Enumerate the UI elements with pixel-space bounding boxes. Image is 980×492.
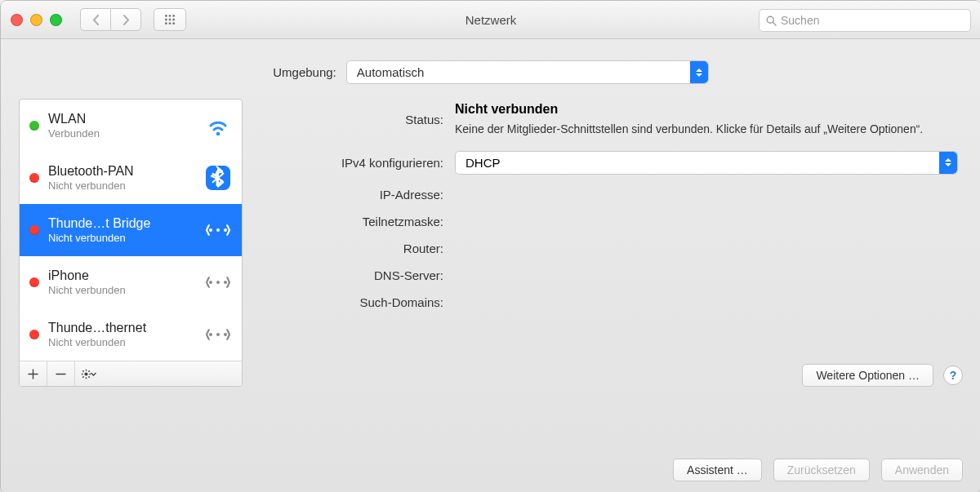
service-status: Nicht verbunden <box>48 180 203 192</box>
service-status: Nicht verbunden <box>48 232 203 244</box>
service-name: WLAN <box>48 112 203 126</box>
subnet-mask-label: Teilnetzmaske: <box>256 215 443 228</box>
search-domains-label: Such-Domains: <box>256 295 443 309</box>
bluetooth-icon <box>206 166 230 190</box>
ip-address-label: IP-Adresse: <box>256 188 443 202</box>
service-text: WLANVerbunden <box>48 112 203 140</box>
service-status: Nicht verbunden <box>48 336 203 348</box>
location-value: Automatisch <box>357 65 425 79</box>
svg-line-7 <box>82 370 83 371</box>
minimize-window-button[interactable] <box>30 14 42 26</box>
status-dot-icon <box>29 225 39 235</box>
main-content: WLANVerbundenBluetooth-PANNicht verbunde… <box>1 99 980 401</box>
detail-pane: Status: Nicht verbunden Keine der Mitgli… <box>256 99 963 387</box>
revert-button[interactable]: Zurücksetzen <box>773 459 870 481</box>
advanced-button[interactable]: Weitere Optionen … <box>802 364 933 387</box>
bridge-icon <box>204 271 232 294</box>
service-type-icon <box>203 271 234 294</box>
close-window-button[interactable] <box>11 14 23 26</box>
status-dot-icon <box>29 121 39 131</box>
status-dot-icon <box>29 173 39 183</box>
forward-button[interactable] <box>110 8 141 31</box>
location-select[interactable]: Automatisch <box>346 60 709 84</box>
plus-icon <box>28 369 38 379</box>
chevron-left-icon <box>92 15 100 25</box>
svg-line-8 <box>88 376 89 377</box>
action-menu-button[interactable] <box>75 361 103 386</box>
service-status: Nicht verbunden <box>48 284 203 296</box>
bridge-icon <box>204 219 232 242</box>
service-text: Bluetooth-PANNicht verbunden <box>48 164 203 192</box>
service-text: Thunde…thernetNicht verbunden <box>48 321 203 348</box>
search-icon <box>766 16 777 26</box>
remove-service-button[interactable] <box>47 361 75 386</box>
status-description: Keine der Mitglieder-Schnittstellen sind… <box>455 122 947 138</box>
wifi-icon <box>204 114 232 137</box>
service-item[interactable]: Bluetooth-PANNicht verbunden <box>20 152 242 204</box>
status-dot-icon <box>29 330 39 339</box>
service-item[interactable]: iPhoneNicht verbunden <box>20 256 242 308</box>
add-service-button[interactable] <box>20 361 47 386</box>
service-name: Bluetooth-PAN <box>48 164 203 179</box>
search-placeholder: Suchen <box>781 14 819 27</box>
grid-icon <box>164 14 176 25</box>
show-all-button[interactable] <box>154 8 186 31</box>
window-footer: Assistent … Zurücksetzen Anwenden <box>673 459 963 481</box>
gear-dropdown-icon <box>81 369 97 379</box>
service-item[interactable]: Thunde…thernetNicht verbunden <box>20 308 242 361</box>
service-type-icon <box>203 219 234 242</box>
sidebar-toolbar <box>20 361 242 386</box>
ipv4-label: IPv4 konfigurieren: <box>256 156 443 170</box>
dns-server-label: DNS-Server: <box>256 268 443 282</box>
service-item[interactable]: WLANVerbunden <box>20 100 242 152</box>
location-row: Umgebung: Automatisch <box>1 39 980 99</box>
chevron-right-icon <box>122 15 130 25</box>
status-block: Nicht verbunden Keine der Mitglieder-Sch… <box>455 102 947 138</box>
ipv4-value: DHCP <box>466 156 501 170</box>
detail-footer: Weitere Optionen … ? <box>802 364 963 387</box>
svg-line-10 <box>82 376 83 377</box>
chevron-up-down-icon <box>939 152 957 174</box>
service-type-icon <box>203 114 234 137</box>
svg-point-2 <box>84 372 87 375</box>
titlebar: Netzwerk Suchen <box>1 1 980 39</box>
service-list: WLANVerbundenBluetooth-PANNicht verbunde… <box>20 100 242 361</box>
svg-line-9 <box>88 370 89 371</box>
help-button[interactable]: ? <box>943 366 963 385</box>
location-label: Umgebung: <box>273 65 336 79</box>
network-preferences-window: Netzwerk Suchen Umgebung: Automatisch WL… <box>0 0 980 492</box>
service-type-icon <box>203 166 234 190</box>
status-dot-icon <box>29 277 39 287</box>
status-value: Nicht verbunden <box>455 102 947 117</box>
chevron-up-down-icon <box>690 61 708 83</box>
detail-form: Status: Nicht verbunden Keine der Mitgli… <box>256 99 963 309</box>
service-sidebar: WLANVerbundenBluetooth-PANNicht verbunde… <box>19 99 243 387</box>
bridge-icon <box>204 323 232 346</box>
service-text: Thunde…t BridgeNicht verbunden <box>48 216 203 244</box>
service-name: Thunde…t Bridge <box>48 216 203 231</box>
assistant-button[interactable]: Assistent … <box>673 459 762 481</box>
service-item[interactable]: Thunde…t BridgeNicht verbunden <box>20 204 242 256</box>
service-status: Verbunden <box>48 127 203 140</box>
window-controls <box>11 14 62 26</box>
search-field[interactable]: Suchen <box>759 9 971 32</box>
service-name: Thunde…thernet <box>48 321 203 335</box>
back-button[interactable] <box>80 8 110 31</box>
nav-back-forward <box>80 8 141 31</box>
service-type-icon <box>203 323 234 346</box>
zoom-window-button[interactable] <box>50 14 62 26</box>
status-label: Status: <box>256 113 443 126</box>
router-label: Router: <box>256 242 443 255</box>
service-text: iPhoneNicht verbunden <box>48 268 203 296</box>
apply-button[interactable]: Anwenden <box>881 459 963 481</box>
svg-line-1 <box>773 22 776 25</box>
minus-icon <box>56 369 66 379</box>
service-name: iPhone <box>48 268 203 283</box>
ipv4-configure-select[interactable]: DHCP <box>455 151 958 175</box>
